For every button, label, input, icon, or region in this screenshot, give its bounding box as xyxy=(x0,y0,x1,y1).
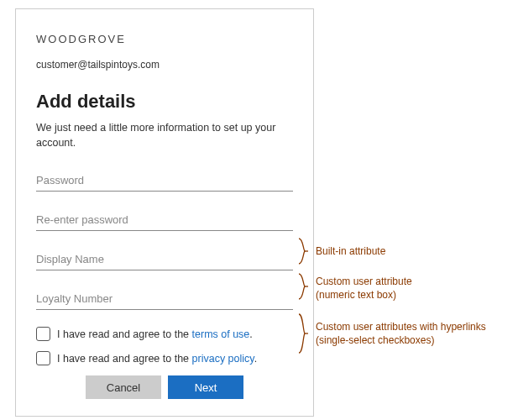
terms-consent-text: I have read and agree to the terms of us… xyxy=(57,328,253,340)
privacy-policy-link[interactable]: privacy policy xyxy=(192,353,254,365)
terms-checkbox[interactable] xyxy=(36,327,50,341)
page-subtext: We just need a little more information t… xyxy=(36,121,293,150)
annotation-builtin: Built-in attribute xyxy=(316,245,385,259)
brace-icon xyxy=(298,313,311,354)
terms-of-use-link[interactable]: terms of use xyxy=(192,328,250,340)
next-button[interactable]: Next xyxy=(168,375,243,399)
annotation-custom-checkboxes-l1: Custom user attributes with hyperlinks xyxy=(316,321,486,334)
page-title: Add details xyxy=(36,91,293,113)
annotation-custom-checkboxes-l2: (single-select checkboxes) xyxy=(316,334,486,348)
privacy-consent-row: I have read and agree to the privacy pol… xyxy=(36,351,293,365)
reenter-password-field[interactable] xyxy=(36,208,293,231)
annotation-custom-numeric: Custom user attribute (numeric text box) xyxy=(316,276,412,302)
brace-icon xyxy=(298,273,311,300)
terms-consent-row: I have read and agree to the terms of us… xyxy=(36,327,293,341)
loyalty-number-field[interactable] xyxy=(36,287,293,310)
terms-period: . xyxy=(249,328,252,340)
annotation-custom-checkboxes: Custom user attributes with hyperlinks (… xyxy=(316,321,486,347)
privacy-prefix: I have read and agree to the xyxy=(57,353,192,365)
annotation-custom-numeric-l2: (numeric text box) xyxy=(316,289,412,302)
brace-icon xyxy=(298,238,311,265)
account-email: customer@tailspintoys.com xyxy=(36,59,293,71)
signup-card: WOODGROVE customer@tailspintoys.com Add … xyxy=(15,8,314,417)
privacy-checkbox[interactable] xyxy=(36,351,50,365)
privacy-period: . xyxy=(254,353,257,365)
cancel-button[interactable]: Cancel xyxy=(86,375,161,399)
button-row: Cancel Next xyxy=(36,375,293,399)
password-field[interactable] xyxy=(36,169,293,192)
annotation-custom-numeric-l1: Custom user attribute xyxy=(316,276,412,289)
display-name-field[interactable] xyxy=(36,248,293,270)
privacy-consent-text: I have read and agree to the privacy pol… xyxy=(57,353,257,365)
brand-name: WOODGROVE xyxy=(36,33,293,45)
terms-prefix: I have read and agree to the xyxy=(57,328,192,340)
